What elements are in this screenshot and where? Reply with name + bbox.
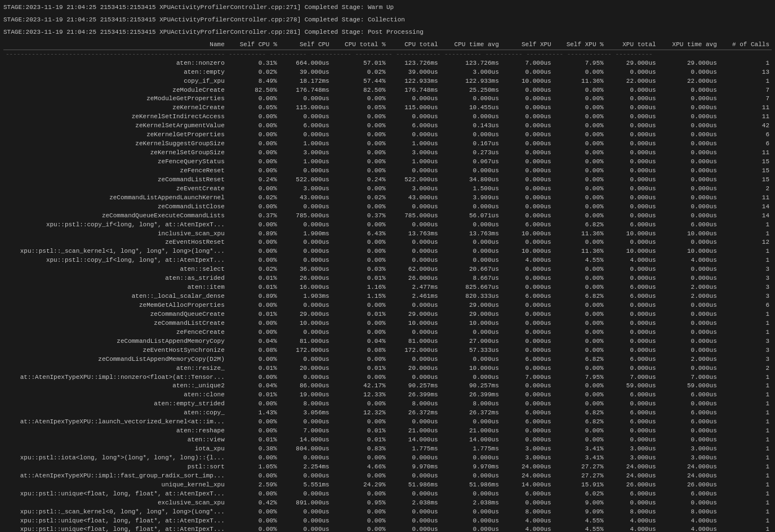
cell-value: 0.00% (227, 203, 279, 212)
cell-value: 1.900ms (279, 230, 332, 239)
cell-value: 10.000us (388, 319, 440, 328)
cell-value: 26.000us (606, 481, 658, 490)
cell-name: zeFenceReset (3, 167, 227, 176)
cell-value: 0.000us (501, 194, 554, 203)
table-row: at::AtenIpexTypeXPU::impl::nonzero<float… (3, 373, 772, 382)
cell-value: 0.000us (658, 499, 719, 508)
cell-value: 0.000us (658, 86, 719, 95)
cell-value: 90.257ms (440, 382, 501, 391)
cell-value: 14.000us (440, 436, 501, 445)
table-row: zeCommandListAppendLaunchKernel0.02%43.0… (3, 194, 772, 203)
cell-value: 115.000us (279, 104, 332, 113)
cell-value: 176.748ms (388, 86, 440, 95)
cell-value: 0.00% (554, 86, 606, 95)
cell-value: 59.000us (658, 382, 719, 391)
cell-value: 172.000us (279, 346, 332, 355)
cell-value: 6.82% (554, 221, 606, 230)
cell-value: 0.01% (227, 436, 279, 445)
cell-value: 3 (719, 337, 772, 346)
table-header-row: Name Self CPU % Self CPU CPU total % CPU… (3, 41, 772, 50)
table-row: zeKernelSetArgumentValue0.00%6.000us0.00… (3, 122, 772, 131)
table-row: aten::empty0.02%39.000us0.02%39.000us3.0… (3, 68, 772, 77)
cell-value: 9.970ms (440, 463, 501, 472)
cell-value: 9.970ms (388, 463, 440, 472)
cell-value: 26.000us (388, 274, 440, 283)
cell-value: 0.00% (332, 454, 388, 463)
cell-value: 0.000us (388, 113, 440, 122)
cell-value: 0.000us (440, 508, 501, 517)
cell-value: 0.000us (658, 203, 719, 212)
cell-name: aten::select (3, 265, 227, 274)
cell-value: 0.00% (554, 274, 606, 283)
cell-value: 11.36% (554, 247, 606, 256)
cell-value: 0.000us (440, 203, 501, 212)
cell-value: 0.000us (501, 167, 554, 176)
cell-value: 0.00% (227, 185, 279, 194)
cell-value: 6.000us (501, 221, 554, 230)
cell-value: 0.000us (658, 167, 719, 176)
cell-value: 0.00% (227, 301, 279, 310)
cell-value: 0.000us (279, 508, 332, 517)
cell-value: 0.00% (227, 167, 279, 176)
cell-name: at::AtenIpexTypeXPU::launch_vectorized_k… (3, 418, 227, 427)
cell-value: 891.000us (279, 499, 332, 508)
cell-value: 0.00% (554, 113, 606, 122)
cell-value: 2.461ms (388, 292, 440, 301)
cell-value: 0.000us (606, 238, 658, 247)
cell-value: 8.49% (227, 77, 279, 86)
cell-value: 24.000us (501, 472, 554, 481)
table-body: aten::nonzero0.31%664.000us57.01%123.726… (3, 59, 772, 532)
cell-name: zeCommandListAppendMemoryCopy(D2M) (3, 355, 227, 364)
cell-value: 25.250ms (440, 86, 501, 95)
cell-value: 10.455us (440, 104, 501, 113)
cell-value: 0.000us (501, 185, 554, 194)
cell-value: 0.000us (606, 68, 658, 77)
cell-value: 0.00% (227, 221, 279, 230)
cell-value: 0.000us (658, 364, 719, 373)
cell-value: 6.000us (606, 355, 658, 364)
cell-value: 10.000us (658, 230, 719, 239)
cell-value: 0.00% (554, 122, 606, 131)
cell-value: 0.00% (227, 355, 279, 364)
cell-name: zeEventCreate (3, 185, 227, 194)
cell-value: 0.00% (332, 490, 388, 499)
cell-value: 0.000us (501, 212, 554, 221)
cell-value: 0.01% (227, 364, 279, 373)
cell-value: 0.000us (440, 490, 501, 499)
cell-value: 2.59% (227, 481, 279, 490)
cell-value: 1 (719, 454, 772, 463)
cell-value: 29.000us (440, 301, 501, 310)
cell-value: 0.00% (332, 247, 388, 256)
cell-value: 0.05% (332, 104, 388, 113)
col-header-cpu-total: CPU total (388, 41, 440, 50)
table-row: zeEventHostReset0.00%0.000us0.00%0.000us… (3, 238, 772, 247)
table-row: pstl::sort1.05%2.254ms4.66%9.970ms9.970m… (3, 463, 772, 472)
table-row: zeEventHostSynchronize0.08%172.000us0.08… (3, 346, 772, 355)
cell-value: 0.000us (606, 328, 658, 337)
cell-value: 6.000us (606, 292, 658, 301)
cell-value: 0.000us (501, 301, 554, 310)
table-row: zeMemGetAllocProperties0.00%0.000us0.00%… (3, 301, 772, 310)
cell-value: 0.000us (279, 113, 332, 122)
cell-value: 15 (719, 167, 772, 176)
cell-name: aten::nonzero (3, 59, 227, 68)
cell-value: 0.02% (227, 194, 279, 203)
cell-value: 0.000us (501, 104, 554, 113)
cell-value: 0.000us (279, 373, 332, 382)
cell-value: 0.000us (440, 454, 501, 463)
cell-value: 122.933ms (440, 77, 501, 86)
cell-value: 0.000us (279, 95, 332, 104)
cell-name: zeCommandListAppendLaunchKernel (3, 194, 227, 203)
table-row: unique_kernel_xpu2.59%5.551ms24.29%51.98… (3, 481, 772, 490)
cell-value: 0.00% (554, 319, 606, 328)
cell-value: 0.00% (227, 328, 279, 337)
cell-value: 0.000us (501, 319, 554, 328)
stage-log-2: STAGE:2023-11-19 21:04:25 2153415:215341… (3, 16, 772, 25)
cell-value: 0.01% (332, 427, 388, 436)
cell-value: 8.000us (440, 400, 501, 409)
cell-value: 0.00% (227, 247, 279, 256)
cell-value: 1 (719, 382, 772, 391)
cell-value: 8.000us (279, 400, 332, 409)
table-row: zeKernelSetIndirectAccess0.00%0.000us0.0… (3, 113, 772, 122)
cell-value: 2.000us (658, 355, 719, 364)
